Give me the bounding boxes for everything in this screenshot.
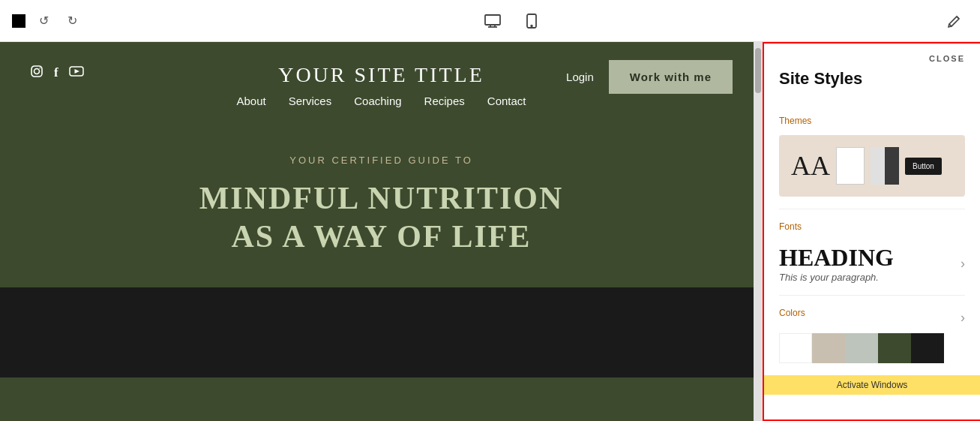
- nav-item-about[interactable]: About: [236, 95, 265, 107]
- site-title: YOUR SITE TITLE: [278, 63, 484, 87]
- svg-point-8: [39, 68, 40, 69]
- main-layout: f YOUR SITE TITLE About Services Coachin…: [0, 42, 980, 421]
- fonts-chevron-icon[interactable]: ›: [961, 256, 965, 272]
- toolbar-left: ↺ ↻: [12, 11, 82, 32]
- colors-chevron-icon[interactable]: ›: [961, 310, 965, 326]
- facebook-icon[interactable]: f: [54, 65, 58, 80]
- themes-preview[interactable]: AA Button: [779, 135, 965, 197]
- svg-rect-6: [31, 66, 42, 77]
- scrollbar-track[interactable]: [754, 42, 763, 421]
- fonts-heading-preview: HEADING: [779, 244, 894, 272]
- fonts-section: Fonts HEADING This is your paragraph. ›: [764, 209, 980, 295]
- hero-title: MINDFUL NUTRITION AS A WAY OF LIFE: [199, 179, 564, 255]
- themes-label: Themes: [779, 116, 965, 126]
- mobile-view-button[interactable]: [518, 8, 545, 35]
- site-login-area: Login Work with me: [566, 60, 733, 94]
- site-nav: About Services Coaching Recipes Contact: [236, 95, 526, 107]
- svg-point-7: [34, 69, 40, 74]
- redo-button[interactable]: ↻: [61, 11, 82, 32]
- svg-rect-0: [485, 15, 500, 25]
- cta-button[interactable]: Work with me: [609, 60, 733, 94]
- color-swatch-black[interactable]: [911, 333, 944, 363]
- site-header: f YOUR SITE TITLE About Services Coachin…: [0, 42, 763, 107]
- toolbar-center: [91, 8, 932, 35]
- site-bottom-section: [0, 287, 763, 377]
- scrollbar-thumb[interactable]: [755, 48, 761, 93]
- fonts-row: HEADING This is your paragraph. ›: [779, 244, 965, 283]
- nav-item-coaching[interactable]: Coaching: [354, 95, 401, 107]
- hero-subtitle: YOUR CERTIFIED GUIDE TO: [289, 155, 473, 166]
- paint-button[interactable]: [941, 8, 968, 35]
- panel-title: Site Styles: [764, 69, 980, 104]
- app-logo[interactable]: [12, 14, 25, 28]
- activate-windows-bar: Activate Windows: [764, 375, 980, 395]
- hero-title-line2: AS A WAY OF LIFE: [199, 218, 564, 255]
- undo-button[interactable]: ↺: [33, 11, 54, 32]
- colors-section: Colors ›: [764, 296, 980, 375]
- color-swatch-white[interactable]: [779, 333, 812, 363]
- fonts-content: HEADING This is your paragraph.: [779, 244, 894, 283]
- toolbar-right: [941, 8, 968, 35]
- colors-label: Colors: [779, 308, 805, 318]
- instagram-icon[interactable]: [30, 65, 43, 81]
- theme-white-swatch[interactable]: [836, 147, 865, 185]
- colors-row: Colors ›: [779, 308, 965, 327]
- hero-title-line1: MINDFUL NUTRITION: [199, 179, 564, 217]
- theme-gray-swatch[interactable]: [871, 147, 899, 185]
- site-preview: f YOUR SITE TITLE About Services Coachin…: [0, 42, 763, 421]
- theme-aa-text: AA: [791, 152, 830, 179]
- theme-button-preview[interactable]: Button: [905, 158, 942, 175]
- toolbar: ↺ ↻: [0, 0, 980, 42]
- social-icons-group: f: [30, 65, 84, 81]
- youtube-icon[interactable]: [69, 66, 84, 80]
- panel-close-bar: CLOSE: [764, 44, 980, 69]
- fonts-paragraph-preview: This is your paragraph.: [779, 272, 894, 283]
- nav-item-contact[interactable]: Contact: [487, 95, 526, 107]
- site-hero: YOUR CERTIFIED GUIDE TO MINDFUL NUTRITIO…: [0, 107, 763, 287]
- nav-item-services[interactable]: Services: [289, 95, 332, 107]
- color-swatch-beige[interactable]: [812, 333, 845, 363]
- svg-point-5: [531, 25, 532, 26]
- color-swatches: [779, 333, 965, 363]
- activate-text: Activate Windows: [837, 380, 908, 390]
- login-text[interactable]: Login: [566, 71, 594, 83]
- desktop-view-button[interactable]: [479, 8, 506, 35]
- close-button[interactable]: CLOSE: [929, 54, 965, 63]
- fonts-label: Fonts: [779, 221, 965, 232]
- color-swatch-green[interactable]: [878, 333, 911, 363]
- themes-section: Themes AA Button: [764, 104, 980, 209]
- svg-marker-10: [74, 69, 79, 74]
- nav-item-recipes[interactable]: Recipes: [424, 95, 465, 107]
- right-panel: CLOSE Site Styles Themes AA Button Fonts…: [763, 42, 980, 421]
- color-swatch-gray[interactable]: [845, 333, 878, 363]
